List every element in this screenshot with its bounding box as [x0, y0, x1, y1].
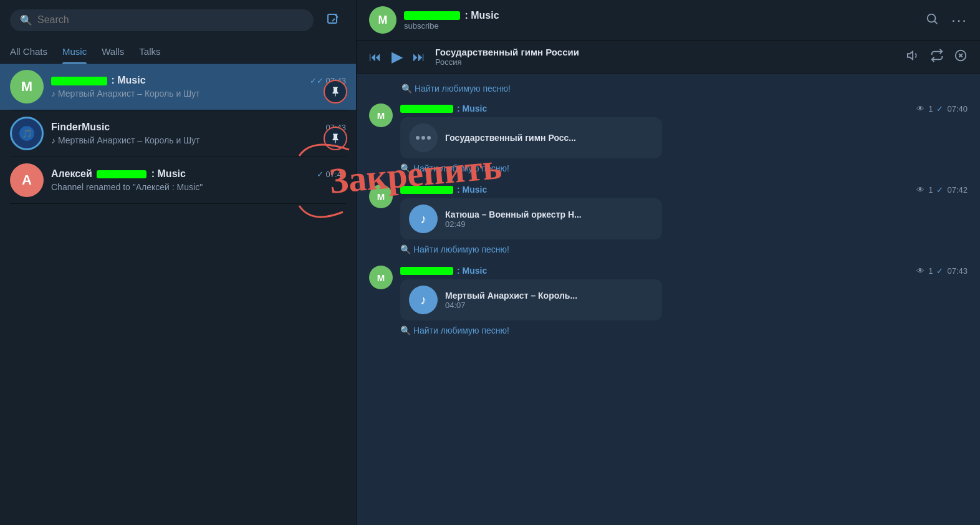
pin-button-2[interactable]: [324, 127, 347, 150]
music-card-1[interactable]: Государственный гимн Росс...: [400, 117, 662, 158]
svg-marker-5: [908, 51, 913, 59]
msg-content-1: : Music 👁 1 ✓ 07:40: [400, 104, 968, 173]
music-info-3: Мертвый Анархист – Король... 04:07: [445, 291, 653, 310]
music-title-3: Мертвый Анархист – Король...: [445, 291, 653, 301]
svg-text:🎵: 🎵: [22, 128, 32, 139]
chat-item-alexey[interactable]: A Алексей : Music ✓ 07:41 Channel rename…: [0, 157, 356, 203]
msg-header-row: : Music 👁 1 ✓ 07:40: [400, 104, 968, 113]
header-avatar: M: [369, 6, 396, 34]
msg-header-row-2: : Music 👁 1 ✓ 07:42: [400, 185, 968, 195]
msg-meta-3: 👁 1 ✓ 07:43: [916, 266, 968, 276]
right-panel: M : Music subscribe ··· ⏮ ▶ ⏭: [357, 0, 980, 525]
music-info-1: Государственный гимн Росс...: [445, 133, 653, 143]
music-thumb-2: ♪: [409, 205, 438, 233]
chat-name-row: Алексей : Music ✓ 07:41: [51, 168, 346, 180]
music-duration-2: 02:49: [445, 219, 653, 229]
player-extra: [906, 49, 968, 65]
msg-sender-2: : Music: [400, 185, 487, 195]
find-song-prompt[interactable]: 🔍 Найти любимую песню!: [369, 84, 968, 94]
views-icon: 👁: [916, 104, 925, 113]
header-status: subscribe: [404, 21, 918, 31]
svg-point-4: [928, 14, 936, 22]
chat-name-row: : Music ✓✓ 07:43: [51, 75, 346, 86]
chat-item-music-m[interactable]: M : Music ✓✓ 07:43 ♪ Мертвый Анархист – …: [0, 64, 356, 110]
close-icon[interactable]: [954, 49, 968, 65]
pin-button[interactable]: [324, 80, 347, 104]
music-note-icon: ♪: [51, 135, 58, 145]
avatar: M: [10, 70, 44, 104]
music-thumb-loading: [409, 123, 438, 152]
player-controls: ⏮ ▶ ⏭: [369, 48, 425, 65]
chat-preview: ♪ Мертвый Анархист – Король и Шут: [51, 89, 346, 99]
chat-info-finder: FinderMusic 07:43 ♪ Мертвый Анархист – К…: [51, 122, 346, 145]
music-note-icon: ♪: [51, 89, 58, 99]
rewind-button[interactable]: ⏮: [369, 50, 382, 64]
search-wrapper[interactable]: 🔍: [10, 9, 314, 31]
check-mark: ✓: [317, 170, 324, 179]
left-panel: 🔍 All Chats Music Walls Talks M: [0, 0, 357, 525]
msg-meta-2: 👁 1 ✓ 07:42: [916, 185, 968, 195]
player-track: Государственный гимн России Россия: [435, 47, 896, 67]
msg-avatar-2: M: [369, 185, 393, 208]
volume-icon[interactable]: [906, 49, 920, 65]
search-icon[interactable]: [925, 12, 939, 29]
music-thumb-3: ♪: [409, 286, 438, 314]
msg-avatar-3: M: [369, 266, 393, 289]
msg-sender: : Music: [400, 104, 487, 113]
avatar-finder: 🎵: [10, 117, 44, 150]
header-info: : Music subscribe: [404, 10, 918, 31]
chat-info-alexey: Алексей : Music ✓ 07:41 Channel renamed …: [51, 168, 346, 192]
msg-header-row-3: : Music 👁 1 ✓ 07:43: [400, 266, 968, 276]
message-group-2: M : Music 👁 1 ✓ 07:42 ♪: [369, 185, 968, 254]
music-card-2[interactable]: ♪ Катюша – Военный оркестр Н... 02:49: [400, 198, 662, 239]
loading-dots: [416, 136, 431, 140]
find-song-link-2[interactable]: 🔍 Найти любимую песню!: [400, 244, 968, 254]
avatar-a: A: [10, 163, 44, 197]
music-title-2: Катюша – Военный оркестр Н...: [445, 210, 653, 219]
chat-name: FinderMusic: [51, 122, 110, 133]
chat-time: ✓ 07:41: [317, 170, 346, 179]
find-song-link[interactable]: 🔍 Найти любимую песню!: [401, 84, 968, 94]
search-bar: 🔍: [0, 0, 356, 40]
music-duration-3: 04:07: [445, 301, 653, 310]
player-track-name: Государственный гимн России: [435, 47, 896, 57]
msg-avatar: M: [369, 104, 393, 127]
msg-content-3: : Music 👁 1 ✓ 07:43 ♪ Мертвый Анархист –…: [400, 266, 968, 335]
msg-content-2: : Music 👁 1 ✓ 07:42 ♪ Катюша – Военный о…: [400, 185, 968, 254]
tab-walls[interactable]: Walls: [102, 40, 124, 63]
search-icon: 🔍: [20, 14, 32, 26]
chat-list: M : Music ✓✓ 07:43 ♪ Мертвый Анархист – …: [0, 64, 356, 525]
check-mark: ✓✓: [310, 76, 324, 85]
repeat-icon[interactable]: [930, 49, 944, 65]
more-options-icon[interactable]: ···: [951, 11, 968, 29]
tab-talks[interactable]: Talks: [139, 40, 160, 63]
chat-item-findermusic[interactable]: 🎵 FinderMusic 07:43 ♪ Мертвый Анархист –…: [0, 110, 356, 157]
msg-sender-3: : Music: [400, 266, 487, 276]
tabs-bar: All Chats Music Walls Talks: [0, 40, 356, 64]
views-icon-3: 👁: [916, 266, 925, 276]
chat-name: : Music: [51, 75, 146, 86]
message-group-3: M : Music 👁 1 ✓ 07:43 ♪: [369, 266, 968, 335]
music-card-3[interactable]: ♪ Мертвый Анархист – Король... 04:07: [400, 279, 662, 320]
fast-forward-button[interactable]: ⏭: [413, 50, 425, 64]
search-input[interactable]: [37, 14, 304, 26]
find-song-link-3[interactable]: 🔍 Найти любимую песню!: [400, 325, 968, 335]
chat-name-row: FinderMusic 07:43: [51, 122, 346, 133]
find-song-link-1[interactable]: 🔍 Найти любимую песню!: [400, 163, 968, 173]
play-button[interactable]: ▶: [392, 48, 403, 65]
message-group-1: M : Music 👁 1 ✓ 07:40: [369, 104, 968, 173]
chat-header: M : Music subscribe ···: [357, 0, 980, 41]
player-bar: ⏮ ▶ ⏭ Государственный гимн России Россия: [357, 41, 980, 74]
compose-button[interactable]: [321, 7, 346, 32]
chat-preview: Channel renamed to "Алексей : Music": [51, 182, 346, 192]
tab-music[interactable]: Music: [62, 40, 87, 63]
music-title: Государственный гимн Росс...: [445, 133, 653, 143]
msg-meta: 👁 1 ✓ 07:40: [916, 104, 968, 113]
music-info-2: Катюша – Военный оркестр Н... 02:49: [445, 210, 653, 229]
chat-name: Алексей : Music: [51, 168, 186, 180]
chat-preview: ♪ Мертвый Анархист – Король и Шут: [51, 135, 346, 145]
tab-all-chats[interactable]: All Chats: [10, 40, 47, 63]
views-icon-2: 👁: [916, 185, 925, 195]
header-actions: ···: [925, 11, 968, 29]
header-name: : Music: [404, 10, 918, 21]
